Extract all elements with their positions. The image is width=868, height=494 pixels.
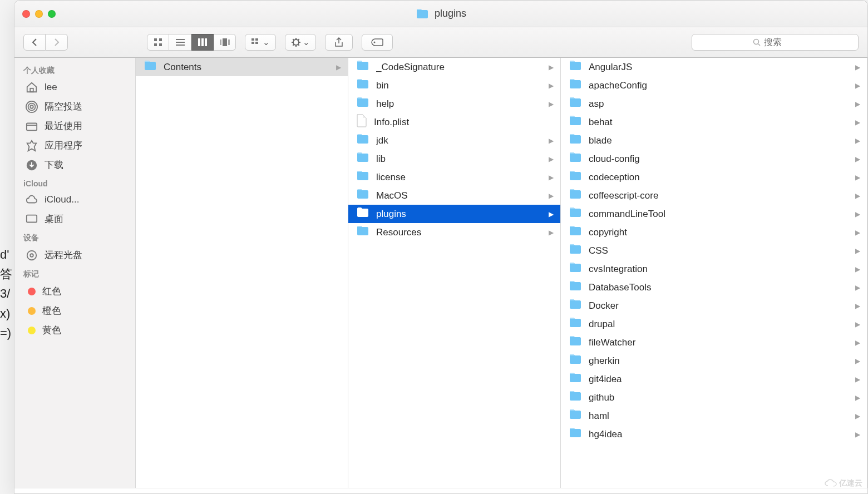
svg-point-22: [28, 103, 36, 110]
back-button[interactable]: [23, 34, 46, 51]
folder-row[interactable]: fileWatcher▶: [561, 333, 867, 352]
folder-row[interactable]: bin▶: [348, 76, 560, 95]
folder-icon: [356, 152, 369, 166]
chevron-right-icon: ▶: [855, 376, 860, 383]
sidebar-item[interactable]: 隔空投送: [18, 97, 132, 116]
sidebar-item[interactable]: 远程光盘: [18, 245, 132, 265]
folder-row[interactable]: asp▶: [561, 95, 867, 113]
bottom-scrollbar[interactable]: [14, 488, 867, 493]
chevron-right-icon: ▶: [855, 394, 860, 402]
sidebar[interactable]: 个人收藏lee隔空投送最近使用应用程序下载iCloudiCloud...桌面设备…: [14, 58, 136, 488]
folder-row[interactable]: hg4idea▶: [561, 425, 867, 443]
chevron-right-icon: ▶: [855, 118, 860, 126]
item-name: Contents: [164, 62, 329, 73]
item-name: license: [376, 172, 542, 183]
arrange-button[interactable]: ⌄: [245, 34, 276, 51]
item-name: gherkin: [589, 355, 849, 367]
sidebar-item[interactable]: 黄色: [18, 320, 132, 340]
folder-row[interactable]: AngularJS▶: [561, 58, 867, 76]
folder-row[interactable]: CSS▶: [561, 241, 867, 260]
close-button[interactable]: [22, 10, 30, 18]
folder-row[interactable]: coffeescript-core▶: [561, 186, 867, 205]
gallery-view-button[interactable]: [214, 34, 236, 51]
folder-row[interactable]: DatabaseTools▶: [561, 278, 867, 297]
folder-row[interactable]: cloud-config▶: [561, 150, 867, 168]
nav-buttons: [23, 34, 68, 51]
chevron-right-icon: ▶: [855, 155, 860, 163]
sidebar-section-header: 设备: [14, 229, 135, 245]
folder-row[interactable]: git4idea▶: [561, 370, 867, 388]
sidebar-item-label: 橙色: [42, 304, 61, 317]
folder-icon: [356, 134, 369, 147]
folder-row[interactable]: license▶: [348, 168, 560, 186]
folder-row[interactable]: jdk▶: [348, 131, 560, 150]
chevron-right-icon: ▶: [855, 229, 860, 236]
sidebar-item[interactable]: 最近使用: [18, 116, 132, 136]
item-name: fileWatcher: [589, 337, 849, 348]
folder-icon: [569, 354, 582, 368]
sidebar-item[interactable]: iCloud...: [18, 190, 132, 209]
item-name: blade: [589, 135, 849, 146]
search-input[interactable]: [764, 37, 797, 47]
svg-rect-5: [176, 42, 185, 43]
column[interactable]: _CodeSignature▶bin▶help▶Info.plistjdk▶li…: [348, 58, 561, 488]
folder-row[interactable]: MacOS▶: [348, 186, 560, 205]
titlebar[interactable]: plugins: [14, 1, 867, 27]
folder-row[interactable]: blade▶: [561, 131, 867, 150]
search-icon: [753, 38, 761, 46]
sidebar-item[interactable]: 下载: [18, 155, 132, 175]
search-field[interactable]: [692, 34, 859, 51]
file-row[interactable]: Info.plist: [348, 113, 560, 131]
svg-point-19: [754, 39, 759, 45]
folder-row[interactable]: apacheConfig▶: [561, 76, 867, 95]
window-title-text: plugins: [435, 8, 466, 19]
sidebar-item-label: 应用程序: [45, 139, 82, 152]
folder-row[interactable]: github▶: [561, 388, 867, 407]
chevron-right-icon: ▶: [549, 174, 554, 181]
item-name: coffeescript-core: [589, 190, 849, 201]
folder-row[interactable]: drupal▶: [561, 315, 867, 333]
icon-view-button[interactable]: [147, 34, 169, 51]
svg-rect-26: [27, 215, 37, 222]
folder-row[interactable]: plugins▶: [348, 205, 560, 223]
column[interactable]: AngularJS▶apacheConfig▶asp▶behat▶blade▶c…: [561, 58, 867, 488]
folder-row[interactable]: haml▶: [561, 407, 867, 425]
folder-row[interactable]: gherkin▶: [561, 352, 867, 370]
column-view-button[interactable]: [191, 34, 214, 51]
folder-icon: [416, 8, 429, 19]
sidebar-item[interactable]: 桌面: [18, 209, 132, 229]
folder-row[interactable]: lib▶: [348, 150, 560, 168]
chevron-right-icon: ▶: [855, 210, 860, 218]
item-name: help: [376, 98, 542, 110]
item-name: git4idea: [589, 374, 849, 385]
share-button[interactable]: [325, 34, 353, 51]
list-view-button[interactable]: [169, 34, 191, 51]
folder-row[interactable]: help▶: [348, 95, 560, 113]
sidebar-item[interactable]: 应用程序: [18, 136, 132, 155]
window-title: plugins: [60, 8, 822, 19]
folder-row[interactable]: Resources▶: [348, 223, 560, 241]
tags-button[interactable]: [362, 34, 393, 51]
sidebar-item[interactable]: lee: [18, 78, 132, 97]
maximize-button[interactable]: [48, 10, 56, 18]
sidebar-item[interactable]: 橙色: [18, 301, 132, 320]
forward-button[interactable]: [46, 34, 68, 51]
action-button[interactable]: ⌄: [285, 34, 316, 51]
folder-row[interactable]: Docker▶: [561, 297, 867, 315]
folder-row[interactable]: codeception▶: [561, 168, 867, 186]
folder-row[interactable]: cvsIntegration▶: [561, 260, 867, 278]
folder-row[interactable]: commandLineTool▶: [561, 205, 867, 223]
folder-row[interactable]: _CodeSignature▶: [348, 58, 560, 76]
folder-row[interactable]: behat▶: [561, 113, 867, 131]
sidebar-item-label: 最近使用: [45, 120, 82, 132]
folder-icon: [569, 299, 582, 313]
chevron-right-icon: ▶: [855, 247, 860, 255]
folder-row[interactable]: Contents▶: [136, 58, 348, 76]
folder-icon: [356, 60, 369, 74]
sidebar-item[interactable]: 红色: [18, 281, 132, 301]
minimize-button[interactable]: [35, 10, 43, 18]
column[interactable]: Contents▶: [136, 58, 348, 488]
folder-row[interactable]: copyright▶: [561, 223, 867, 241]
window-controls: [22, 10, 56, 18]
folder-icon: [144, 60, 157, 74]
